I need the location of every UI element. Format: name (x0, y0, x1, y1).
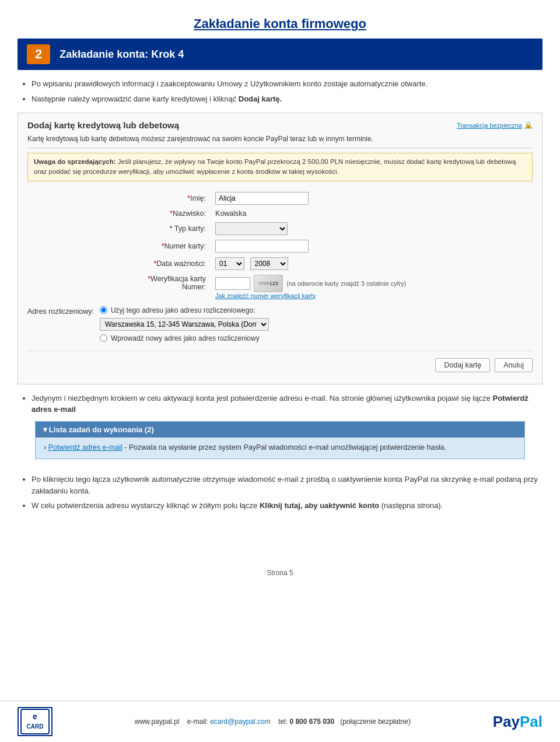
footer: e CARD www.paypal.pl e-mail: ecard@paypa… (0, 701, 560, 742)
footer-phone-label: tel: (278, 718, 288, 726)
cvv-label: *Weryfikacja kartyNumer: (140, 272, 211, 302)
card-form-box: Dodaj kartę kredytową lub debetową Trans… (18, 113, 542, 384)
tasks-body: › Potwierdź adres e-mail - Pozwala na wy… (36, 438, 524, 459)
field-row-cardnumber: *Numer karty: (140, 237, 420, 255)
address-radio-2[interactable] (100, 334, 107, 342)
address-dropdown: Warszawska 15, 12-345 Warszawa, Polska (… (100, 318, 269, 331)
tasks-header-label: ▼Lista zadań do wykonania (2) (41, 425, 154, 434)
card-form-title: Dodaj kartę kredytową lub debetową (27, 120, 179, 130)
expiry-year-select[interactable]: 2008200920102011 20122013 (250, 257, 288, 270)
secure-transaction: Transakcja bezpieczna 🔒 (457, 121, 533, 129)
bottom-bullet-1: Jedynym i niezbędnym krokiem w celu akty… (32, 393, 542, 415)
footer-center: www.paypal.pl e-mail: ecard@paypal.com t… (52, 718, 493, 726)
bullet-item-2-text: Następnie należy wprowadzić dane karty k… (32, 94, 239, 103)
expiry-month-select[interactable]: 01020304 05060708 09101112 (215, 257, 244, 270)
tasks-box: ▼Lista zadań do wykonania (2) › Potwierd… (35, 421, 525, 460)
cvv-card-image: VISA 123 (254, 275, 283, 292)
step-header: 2 Zakładanie konta: Krok 4 (18, 38, 542, 70)
bottom-bullet-3-text: W celu potwierdzenia adresu wystarczy kl… (32, 501, 260, 510)
cvv-hint: (na odwrocie karty znajdź 3 ostatnie cyf… (286, 280, 406, 287)
address-option2-label: Wprowadź nowy adres jako adres rozliczen… (111, 334, 260, 342)
page-number: Strona 5 (18, 564, 542, 582)
footer-website: www.paypal.pl (135, 718, 180, 726)
submit-button[interactable]: Dodaj kartę (435, 358, 490, 372)
lastname-value: Kowalska (215, 209, 247, 218)
field-row-cardtype: * Typ karty: Visa MasterCard American Ex… (140, 220, 420, 237)
bottom-bullet-2: Po kliknięciu tego łącza użytkownik auto… (32, 474, 542, 496)
bottom-bullet-list-1: Jedynym i niezbędnym krokiem w celu akty… (18, 393, 542, 415)
address-options: Użyj tego adresu jako adresu rozliczenio… (100, 306, 269, 342)
bottom-bullet-1-text: Jedynym i niezbędnym krokiem w celu akty… (32, 394, 492, 402)
card-form-header: Dodaj kartę kredytową lub debetową Trans… (27, 120, 533, 130)
svg-text:CARD: CARD (27, 723, 44, 730)
paypal-logo: PayPal (493, 713, 542, 731)
field-row-expiry: *Data ważności: 01020304 05060708 091011… (140, 255, 420, 272)
field-row-firstname: *Imię: (140, 190, 420, 207)
activate-bold: Kliknij tutaj, aby uaktywnić konto (260, 501, 379, 510)
address-option1-row: Użyj tego adresu jako adresu rozliczenio… (100, 306, 269, 314)
address-select[interactable]: Warszawska 15, 12-345 Warszawa, Polska (… (100, 318, 269, 331)
page-title: Zakładanie konta firmowego (18, 6, 542, 38)
task-item-1: › Potwierdź adres e-mail - Pozwala na wy… (44, 442, 516, 453)
task-link[interactable]: Potwierdź adres e-mail (48, 443, 123, 452)
expiry-label: *Data ważności: (140, 255, 211, 272)
footer-free-call: (połączenie bezpłatne) (340, 718, 411, 726)
cardnumber-input[interactable] (215, 240, 309, 253)
bullet-item-1: Po wpisaniu prawidłowych informacji i za… (32, 78, 542, 90)
top-bullet-list: Po wpisaniu prawidłowych informacji i za… (18, 78, 542, 104)
cancel-button[interactable]: Anuluj (495, 358, 533, 372)
footer-email[interactable]: ecard@paypal.com (210, 718, 271, 726)
address-option1-label: Użyj tego adresu jako adresu rozliczenio… (111, 306, 255, 314)
firstname-label: *Imię: (140, 190, 211, 207)
footer-email-label: e-mail: (187, 718, 208, 726)
card-form-table: *Imię: *Nazwisko: Kowalska * Typ karty: … (140, 190, 420, 302)
after-bold-text: (następna strona). (379, 501, 443, 510)
cardtype-label: * Typ karty: (140, 220, 211, 237)
warning-prefix: Uwaga do sprzedających: (34, 158, 116, 165)
task-item-text: - Pozwala na wysłanie przez system PayPa… (123, 443, 446, 452)
bullet-item-2-bold: Dodaj kartę. (239, 94, 282, 103)
cardnumber-label: *Numer karty: (140, 237, 211, 255)
address-label: Adres rozliczeniowy: (27, 306, 94, 316)
cvv-input[interactable] (215, 277, 250, 290)
address-option2-row: Wprowadź nowy adres jako adres rozliczen… (100, 334, 269, 342)
footer-phone: 0 800 675 030 (289, 718, 334, 726)
card-info-text: Kartę kredytową lub kartę debetową możes… (27, 135, 533, 148)
bottom-bullet-3: W celu potwierdzenia adresu wystarczy kl… (32, 500, 542, 512)
verification-row: VISA 123 (na odwrocie karty znajdź 3 ost… (215, 275, 415, 292)
secure-transaction-label: Transakcja bezpieczna (457, 122, 522, 129)
lock-icon: 🔒 (524, 121, 533, 129)
step-title: Zakładanie konta: Krok 4 (60, 48, 184, 61)
field-row-cvv: *Weryfikacja kartyNumer: VISA 123 (na od… (140, 272, 420, 302)
cvv-link[interactable]: Jak znaleźć numer weryfikacji karty (215, 292, 415, 299)
firstname-input[interactable] (215, 192, 309, 205)
card-warning: Uwaga do sprzedających: Jeśli planujesz,… (27, 153, 533, 181)
svg-text:e: e (33, 712, 37, 721)
bullet-item-2: Następnie należy wprowadzić dane karty k… (32, 93, 542, 105)
address-section: Adres rozliczeniowy: Użyj tego adresu ja… (27, 306, 533, 342)
field-row-lastname: *Nazwisko: Kowalska (140, 207, 420, 220)
lastname-label: *Nazwisko: (140, 207, 211, 220)
cardtype-select[interactable]: Visa MasterCard American Express (215, 222, 288, 235)
bottom-bullet-list-2: Po kliknięciu tego łącza użytkownik auto… (18, 474, 542, 512)
step-number: 2 (27, 44, 50, 64)
tasks-header: ▼Lista zadań do wykonania (2) (36, 422, 524, 438)
address-radio-1[interactable] (100, 306, 107, 314)
ecard-logo: e CARD (18, 707, 52, 736)
form-buttons: Dodaj kartę Anuluj (27, 351, 533, 374)
